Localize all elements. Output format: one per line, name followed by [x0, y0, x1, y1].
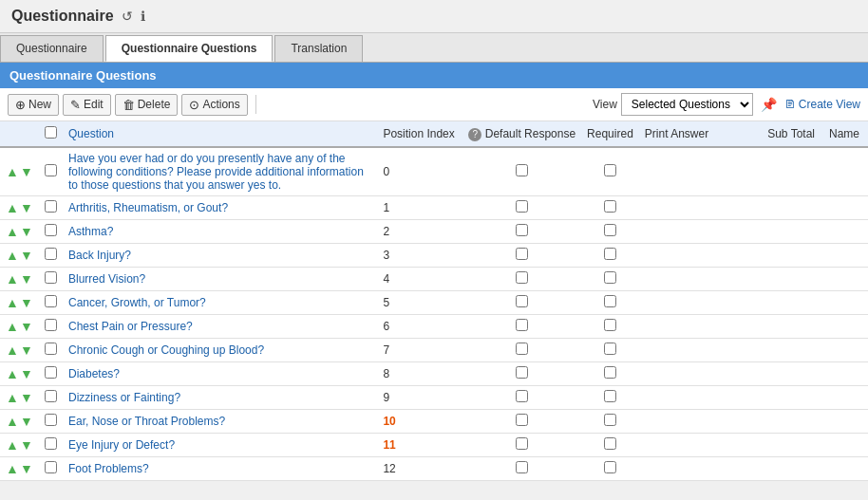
select-all-checkbox[interactable]	[45, 126, 57, 139]
required-checkbox[interactable]	[604, 224, 616, 236]
required-cell[interactable]	[581, 220, 639, 244]
required-checkbox[interactable]	[604, 164, 616, 176]
question-text[interactable]: Chronic Cough or Coughing up Blood?	[63, 339, 377, 362]
default-response-checkbox[interactable]	[516, 200, 528, 213]
arrow-up-icon[interactable]: ▲	[6, 296, 19, 309]
required-checkbox[interactable]	[604, 343, 616, 355]
required-cell[interactable]	[581, 457, 639, 481]
row-checkbox-cell[interactable]	[39, 362, 63, 386]
actions-button[interactable]: ⊙ Actions	[181, 94, 247, 116]
row-checkbox-cell[interactable]	[39, 220, 63, 244]
arrow-up-icon[interactable]: ▲	[6, 438, 19, 452]
required-cell[interactable]	[581, 291, 639, 315]
question-text[interactable]: Chest Pain or Pressure?	[63, 315, 377, 339]
row-checkbox[interactable]	[45, 437, 57, 450]
required-checkbox[interactable]	[604, 437, 616, 450]
question-text[interactable]: Back Injury?	[63, 244, 377, 268]
arrow-down-icon[interactable]: ▼	[20, 320, 33, 333]
pin-icon[interactable]: 📌	[761, 97, 777, 112]
undo-icon[interactable]: ↺	[122, 9, 133, 24]
row-checkbox[interactable]	[45, 295, 57, 307]
question-text[interactable]: Eye Injury or Defect?	[63, 434, 377, 457]
required-checkbox[interactable]	[604, 248, 616, 260]
default-response-cell[interactable]	[462, 362, 581, 386]
row-checkbox-cell[interactable]	[39, 315, 63, 339]
arrow-down-icon[interactable]: ▼	[20, 225, 33, 238]
question-text[interactable]: Dizziness or Fainting?	[63, 386, 377, 410]
arrow-up-icon[interactable]: ▲	[6, 201, 19, 214]
default-response-checkbox[interactable]	[516, 164, 528, 176]
row-checkbox[interactable]	[45, 414, 57, 426]
row-checkbox-cell[interactable]	[39, 410, 63, 434]
required-checkbox[interactable]	[604, 200, 616, 213]
required-cell[interactable]	[581, 268, 639, 291]
question-text[interactable]: Ear, Nose or Throat Problems?	[63, 410, 377, 434]
default-response-checkbox[interactable]	[516, 343, 528, 355]
required-cell[interactable]	[581, 315, 639, 339]
required-cell[interactable]	[581, 196, 639, 220]
default-response-cell[interactable]	[462, 196, 581, 220]
arrow-up-icon[interactable]: ▲	[6, 367, 19, 380]
arrow-down-icon[interactable]: ▼	[20, 165, 33, 178]
tab-questionnaire-questions[interactable]: Questionnaire Questions	[105, 35, 274, 62]
arrow-up-icon[interactable]: ▲	[6, 415, 19, 428]
arrow-down-icon[interactable]: ▼	[20, 343, 33, 357]
col-question-header[interactable]: Question	[63, 121, 377, 147]
row-checkbox-cell[interactable]	[39, 196, 63, 220]
question-text[interactable]: Diabetes?	[63, 362, 377, 386]
arrow-down-icon[interactable]: ▼	[20, 201, 33, 214]
row-checkbox[interactable]	[45, 164, 57, 176]
tab-translation[interactable]: Translation	[274, 35, 363, 62]
row-checkbox-cell[interactable]	[39, 339, 63, 362]
row-checkbox[interactable]	[45, 461, 57, 473]
default-response-checkbox[interactable]	[516, 295, 528, 307]
default-response-checkbox[interactable]	[516, 461, 528, 473]
delete-button[interactable]: 🗑 Delete	[115, 94, 179, 116]
default-response-cell[interactable]	[462, 244, 581, 268]
default-response-cell[interactable]	[462, 386, 581, 410]
required-cell[interactable]	[581, 362, 639, 386]
required-checkbox[interactable]	[604, 390, 616, 402]
required-cell[interactable]	[581, 410, 639, 434]
default-response-cell[interactable]	[462, 291, 581, 315]
arrow-down-icon[interactable]: ▼	[20, 391, 33, 404]
arrow-up-icon[interactable]: ▲	[6, 249, 19, 262]
view-select[interactable]: Selected Questions	[621, 93, 753, 116]
row-checkbox[interactable]	[45, 343, 57, 355]
arrow-down-icon[interactable]: ▼	[20, 296, 33, 309]
question-text[interactable]: Blurred Vision?	[63, 268, 377, 291]
default-response-cell[interactable]	[462, 339, 581, 362]
question-text[interactable]: Arthritis, Rheumatism, or Gout?	[63, 196, 377, 220]
row-checkbox[interactable]	[45, 200, 57, 213]
question-text[interactable]: Have you ever had or do you presently ha…	[63, 147, 377, 196]
new-button[interactable]: ⊕ New	[8, 94, 59, 116]
default-response-cell[interactable]	[462, 147, 581, 196]
info-icon[interactable]: ℹ	[141, 9, 145, 24]
default-response-checkbox[interactable]	[516, 319, 528, 331]
tab-questionnaire[interactable]: Questionnaire	[0, 35, 104, 62]
default-response-cell[interactable]	[462, 315, 581, 339]
row-checkbox-cell[interactable]	[39, 291, 63, 315]
default-response-cell[interactable]	[462, 457, 581, 481]
required-checkbox[interactable]	[604, 414, 616, 426]
row-checkbox[interactable]	[45, 271, 57, 284]
row-checkbox-cell[interactable]	[39, 434, 63, 457]
row-checkbox-cell[interactable]	[39, 386, 63, 410]
row-checkbox-cell[interactable]	[39, 244, 63, 268]
arrow-down-icon[interactable]: ▼	[20, 249, 33, 262]
arrow-up-icon[interactable]: ▲	[6, 165, 19, 178]
required-checkbox[interactable]	[604, 366, 616, 379]
required-cell[interactable]	[581, 386, 639, 410]
arrow-up-icon[interactable]: ▲	[6, 391, 19, 404]
required-checkbox[interactable]	[604, 295, 616, 307]
required-cell[interactable]	[581, 339, 639, 362]
required-checkbox[interactable]	[604, 461, 616, 473]
arrow-down-icon[interactable]: ▼	[20, 415, 33, 428]
default-response-checkbox[interactable]	[516, 224, 528, 236]
row-checkbox[interactable]	[45, 319, 57, 331]
arrow-up-icon[interactable]: ▲	[6, 343, 19, 357]
default-response-checkbox[interactable]	[516, 390, 528, 402]
default-response-checkbox[interactable]	[516, 437, 528, 450]
arrow-down-icon[interactable]: ▼	[20, 272, 33, 286]
default-response-cell[interactable]	[462, 434, 581, 457]
